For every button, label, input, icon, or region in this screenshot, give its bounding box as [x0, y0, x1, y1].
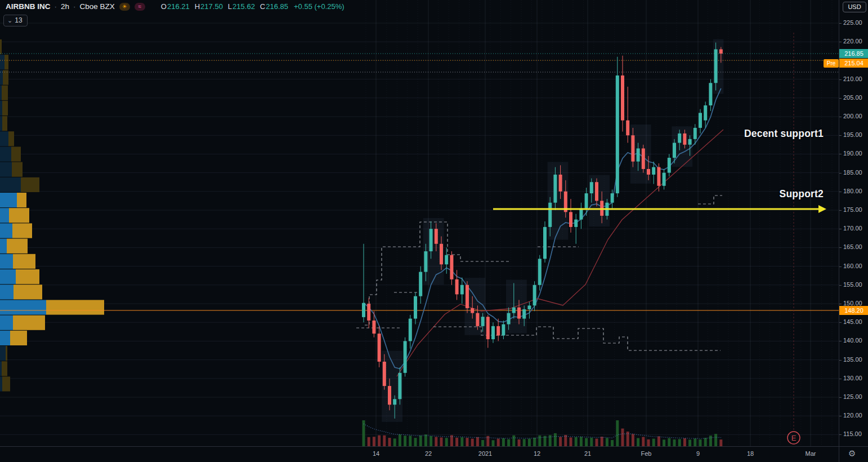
- volume-bar: [419, 436, 422, 446]
- volume-profile-buy-bar: [0, 223, 12, 238]
- market-status-sunrise-icon[interactable]: ☀: [119, 3, 130, 11]
- candle-body-up: [673, 143, 676, 158]
- volume-profile-buy-bar: [0, 346, 6, 361]
- price-tick-mark: [839, 379, 842, 379]
- price-tick-mark: [839, 135, 842, 136]
- volume-profile-sell-bar: [8, 131, 14, 146]
- volume-profile-sell-bar: [12, 162, 23, 177]
- candle-body-up: [611, 193, 614, 203]
- collapsed-indicators-button[interactable]: ⌄ 13: [3, 15, 28, 26]
- candle-body-up: [419, 272, 422, 296]
- candle-body-up: [668, 158, 671, 173]
- volume-profile-buy-bar: [0, 376, 2, 391]
- volume-profile-sell-bar: [3, 70, 8, 85]
- chevron-down-icon: ⌄: [7, 17, 12, 24]
- volume-bar: [647, 439, 650, 446]
- volume-bar: [570, 437, 572, 446]
- volume-bar: [699, 439, 702, 446]
- volume-bar: [455, 438, 458, 446]
- annotation-decent-support1[interactable]: Decent support1: [744, 128, 824, 140]
- time-tick-label: 18: [747, 450, 754, 457]
- price-tick-label: 160.00: [843, 263, 862, 269]
- volume-profile-buy-bar: [0, 208, 9, 223]
- volume-profile-buy-bar: [0, 285, 14, 299]
- candle-body-down: [440, 244, 443, 265]
- volume-bar: [538, 436, 541, 446]
- volume-bar: [709, 436, 712, 446]
- support-arrow-head[interactable]: [818, 205, 826, 213]
- axis-corner: ⚙: [839, 446, 868, 462]
- price-tick-mark: [839, 154, 842, 154]
- volume-bar: [590, 438, 593, 446]
- volume-profile-sell-bar: [2, 361, 7, 376]
- annotation-support2[interactable]: Support2: [780, 188, 824, 200]
- high-value: H217.50: [195, 2, 223, 11]
- price-tick-label: 185.00: [843, 169, 862, 176]
- price-tick-label: 115.00: [843, 430, 862, 437]
- candle-body-down: [476, 313, 479, 326]
- candle-body-down: [631, 135, 634, 161]
- volume-bar: [388, 438, 391, 446]
- candle-body-up: [362, 303, 365, 317]
- candle-body-down: [621, 75, 624, 121]
- price-tick-mark: [839, 322, 842, 323]
- volume-bar: [440, 437, 443, 446]
- price-tick-label: 190.00: [843, 150, 862, 157]
- candle-body-up: [688, 139, 692, 145]
- volume-bar: [606, 438, 609, 446]
- volume-profile-sell-bar: [14, 285, 42, 299]
- dashed-channel-line: [698, 196, 722, 204]
- candle-body-up: [652, 167, 655, 175]
- volume-profile-buy-bar: [0, 162, 12, 177]
- volume-bar: [533, 438, 536, 446]
- symbol-name[interactable]: AIRBNB INC: [6, 2, 51, 11]
- volume-ma-line: [364, 424, 721, 438]
- candle-body-down: [683, 134, 686, 145]
- candle-body-up: [507, 313, 511, 325]
- candle-body-up: [414, 296, 417, 319]
- volume-bar: [368, 437, 370, 446]
- ohlc-readout: O216.21 H217.50 L215.62 C216.85 +0.55 (+…: [161, 2, 344, 11]
- gear-icon[interactable]: ⚙: [848, 448, 856, 459]
- candle-body-down: [569, 212, 572, 227]
- exchange-label[interactable]: Cboe BZX: [80, 2, 115, 11]
- volume-profile-sell-bar: [13, 316, 45, 330]
- candle-body-up: [409, 319, 412, 341]
- volume-profile-sell-bar: [46, 300, 104, 314]
- time-tick-label: 22: [425, 450, 432, 457]
- volume-bar: [663, 439, 665, 446]
- volume-bar: [497, 439, 500, 446]
- time-axis[interactable]: 142220211221Feb918Mar: [0, 446, 839, 462]
- volume-bar: [559, 437, 562, 446]
- volume-bar: [657, 437, 660, 447]
- price-tick-label: 145.00: [843, 318, 862, 325]
- volume-bar: [445, 438, 448, 446]
- price-tick-label: 180.00: [843, 188, 862, 194]
- price-tick-label: 130.00: [843, 375, 862, 381]
- volume-profile-buy-bar: [0, 239, 7, 254]
- volume-bar: [693, 438, 696, 446]
- data-delay-squiggle-icon[interactable]: ≈: [135, 3, 145, 11]
- separator: ·: [73, 2, 76, 11]
- volume-profile-buy-bar: [0, 55, 5, 69]
- trading-chart-app: E AIRBNB INC · 2h · Cboe BZX ☀ ≈ O216.21…: [0, 0, 868, 462]
- candle-body-up: [522, 309, 526, 319]
- volume-bar: [409, 436, 411, 446]
- price-tick-label: 170.00: [843, 225, 862, 232]
- candle-body-down: [595, 182, 598, 201]
- volume-bar: [435, 437, 437, 447]
- candle-body-up: [616, 75, 619, 193]
- candle-body-up: [533, 285, 536, 306]
- price-axis[interactable]: USD 225.00220.00210.00205.00200.00195.00…: [839, 0, 868, 446]
- price-tick-label: 155.00: [843, 281, 862, 288]
- price-tick-mark: [839, 98, 842, 99]
- volume-profile-buy-bar: [0, 254, 13, 269]
- price-tick-mark: [839, 229, 842, 229]
- chart-canvas[interactable]: E: [0, 0, 839, 446]
- volume-bar: [585, 438, 588, 447]
- interval-label[interactable]: 2h: [61, 2, 69, 11]
- volume-bar: [424, 434, 427, 446]
- volume-bar: [668, 438, 670, 446]
- currency-toggle-button[interactable]: USD: [843, 2, 866, 12]
- time-tick-label: Feb: [641, 450, 652, 457]
